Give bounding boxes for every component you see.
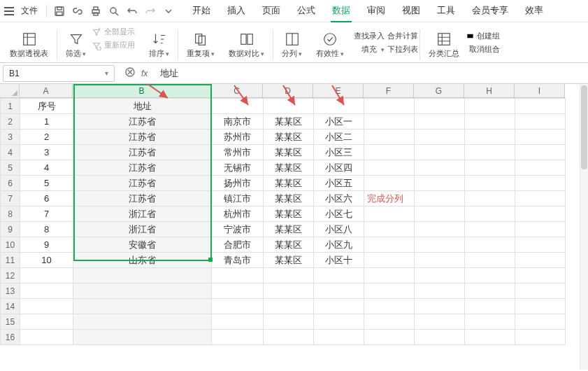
cell[interactable] [415,253,465,268]
cell[interactable]: 合肥市 [212,237,264,253]
row-header[interactable]: 4 [1,145,20,160]
cell[interactable] [364,237,415,253]
cell[interactable]: 无锡市 [212,160,264,176]
cell[interactable] [465,237,515,253]
row-header[interactable]: 2 [1,114,20,130]
cell[interactable]: 地址 [73,99,212,114]
cell[interactable] [415,99,465,114]
cell[interactable] [465,206,515,222]
cell[interactable] [20,268,73,284]
cell[interactable]: 小区一 [314,114,364,130]
cell[interactable] [465,253,515,268]
cell[interactable]: 江苏省 [73,191,212,206]
row-header[interactable]: 3 [1,130,20,145]
cell[interactable]: 青岛市 [212,253,264,268]
col-header-F[interactable]: F [364,84,414,98]
cell[interactable] [364,130,415,145]
cell[interactable] [264,299,314,314]
cell[interactable] [415,160,465,176]
cell[interactable]: 9 [20,237,73,253]
cell[interactable]: 某某区 [264,130,314,145]
cell[interactable] [515,114,566,130]
cell[interactable] [465,314,515,330]
cell[interactable] [415,237,465,253]
validity-button[interactable]: 有效性▾ [309,27,351,63]
fill-button[interactable]: 填充▾ [351,44,385,55]
cell[interactable] [515,330,566,345]
cell[interactable]: 某某区 [264,237,314,253]
cell[interactable]: 小区六 [314,191,364,206]
cell[interactable] [364,206,415,222]
cell[interactable] [73,314,212,330]
cell[interactable]: 某某区 [264,160,314,176]
cell[interactable]: 江苏省 [73,130,212,145]
cell[interactable] [20,314,73,330]
cell[interactable]: 常州市 [212,145,264,160]
cell[interactable]: 小区五 [314,176,364,191]
cell[interactable]: 浙江省 [73,222,212,237]
link-icon[interactable] [69,3,86,20]
tab-review[interactable]: 审阅 [366,0,387,22]
datacompare-button[interactable]: 数据对比▾ [222,27,271,63]
cell[interactable] [465,268,515,284]
cell[interactable]: 江苏省 [73,160,212,176]
select-all-corner[interactable] [0,84,20,98]
cell[interactable]: 某某区 [264,114,314,130]
cell[interactable] [465,160,515,176]
cell[interactable] [364,114,415,130]
cell[interactable] [465,99,515,114]
tab-start[interactable]: 开始 [191,0,212,22]
group-button[interactable]: 创建组 [466,31,500,41]
col-header-I[interactable]: I [515,84,565,98]
cancel-icon[interactable] [124,66,136,80]
consolidate-button[interactable]: 合并计算 [385,31,418,41]
cell[interactable]: 3 [20,145,73,160]
cell[interactable] [415,314,465,330]
name-box[interactable]: B1▾ [3,65,115,82]
tab-eff[interactable]: 效率 [524,0,545,22]
cell[interactable] [73,268,212,284]
col-header-H[interactable]: H [464,84,515,98]
cell[interactable] [73,284,212,299]
row-header[interactable]: 13 [1,284,20,299]
cell[interactable]: 某某区 [264,145,314,160]
cell[interactable] [264,268,314,284]
col-header-E[interactable]: E [313,84,364,98]
tab-insert[interactable]: 插入 [226,0,247,22]
print-icon[interactable] [87,3,104,20]
cell[interactable] [314,314,364,330]
row-header[interactable]: 9 [1,222,20,237]
duplicates-button[interactable]: 重复项▾ [180,27,222,63]
cell[interactable]: 扬州市 [212,176,264,191]
cell[interactable] [314,99,364,114]
col-header-B[interactable]: B [73,84,211,98]
cell[interactable] [415,114,465,130]
cell[interactable] [212,268,264,284]
redo-icon[interactable] [142,3,159,20]
cell[interactable]: 7 [20,206,73,222]
cell[interactable] [515,99,566,114]
cell[interactable]: 南京市 [212,114,264,130]
cell[interactable]: 5 [20,176,73,191]
cell[interactable] [515,268,566,284]
more-icon[interactable] [160,3,177,20]
cell[interactable] [415,206,465,222]
cell[interactable]: 宁波市 [212,222,264,237]
cell[interactable]: 某某区 [264,206,314,222]
cell[interactable] [415,222,465,237]
row-header[interactable]: 6 [1,176,20,191]
cell[interactable] [465,191,515,206]
filter-button[interactable]: 筛选▾ [66,27,86,63]
dropdown-button[interactable]: 下拉列表 [385,44,418,55]
cell[interactable] [314,330,364,345]
showall-button[interactable]: 全部显示 [92,27,135,37]
cell[interactable] [515,191,566,206]
cell[interactable]: 江苏省 [73,114,212,130]
tab-data[interactable]: 数据 [331,0,352,22]
cell[interactable]: 某某区 [264,253,314,268]
tab-tools[interactable]: 工具 [436,0,457,22]
formula-input[interactable]: 地址 [160,67,178,80]
cell[interactable] [415,330,465,345]
cell[interactable]: 某某区 [264,191,314,206]
cell[interactable] [364,314,415,330]
